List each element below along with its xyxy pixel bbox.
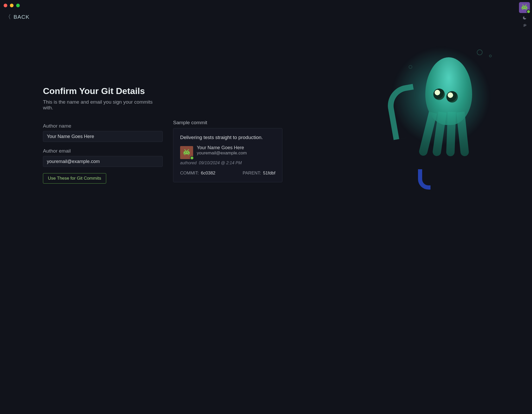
author-email-input[interactable] — [43, 156, 163, 167]
commit-hash-value: 6c0382 — [201, 171, 216, 176]
settings-icon-button[interactable] — [522, 23, 527, 29]
back-button[interactable]: 〈 BACK — [5, 13, 29, 21]
svg-rect-12 — [522, 9, 523, 10]
svg-rect-17 — [187, 150, 188, 151]
svg-rect-21 — [188, 152, 189, 153]
svg-rect-24 — [185, 153, 188, 154]
commit-message: Delivering tests straight to production. — [180, 135, 275, 140]
svg-rect-8 — [522, 8, 527, 8]
commit-author-email: youremail@example.com — [197, 150, 247, 156]
commit-author-name: Your Name Goes Here — [197, 145, 247, 150]
svg-rect-16 — [185, 150, 186, 151]
svg-rect-1 — [526, 4, 527, 5]
svg-rect-5 — [522, 7, 523, 8]
svg-rect-22 — [183, 153, 190, 153]
sample-commit-preview: Sample commit Delivering tests straight … — [173, 120, 282, 184]
svg-rect-10 — [523, 8, 526, 9]
svg-rect-13 — [526, 9, 527, 10]
space-invader-icon — [521, 4, 528, 11]
sample-commit-label: Sample commit — [173, 120, 282, 126]
commit-hashes-row: COMMIT: 6c0382 PARENT: 51fdbf — [180, 171, 275, 176]
svg-rect-11 — [527, 8, 527, 9]
commit-authored-line: authored 09/10/2024 @ 2:14 PM — [180, 161, 275, 165]
parent-hash-label: PARENT: — [243, 171, 261, 176]
window-root: 〈 BACK Confirm Your Git Details This is … — [0, 0, 532, 414]
svg-rect-20 — [186, 152, 187, 153]
space-invader-icon — [183, 149, 191, 156]
parent-hash-pair: PARENT: 51fdbf — [243, 171, 275, 176]
chevron-left-icon: 〈 — [5, 13, 11, 21]
gear-icon — [522, 23, 527, 28]
commit-author-row: Your Name Goes Here youremail@example.co… — [180, 145, 275, 159]
svg-rect-15 — [188, 149, 189, 150]
git-details-form: Confirm Your Git Details This is the nam… — [43, 86, 163, 184]
svg-rect-4 — [522, 6, 527, 7]
commit-card: Delivering tests straight to production. — [173, 128, 282, 182]
author-name-label: Author name — [43, 123, 163, 129]
commit-hash-label: COMMIT: — [180, 171, 199, 176]
use-for-commits-button[interactable]: Use These for Git Commits — [43, 173, 106, 184]
moon-icon — [522, 16, 527, 20]
svg-rect-6 — [524, 7, 525, 8]
page-subtitle: This is the name and email you sign your… — [43, 99, 163, 111]
window-close-button[interactable] — [4, 4, 7, 7]
svg-rect-7 — [526, 7, 527, 8]
user-avatar-button[interactable] — [519, 2, 530, 13]
main-content: Confirm Your Git Details This is the nam… — [43, 86, 516, 184]
svg-rect-3 — [525, 5, 526, 6]
authored-timestamp: 09/10/2024 @ 2:14 PM — [199, 161, 242, 165]
svg-rect-9 — [522, 8, 522, 9]
commit-author-avatar — [180, 146, 193, 159]
svg-rect-27 — [188, 154, 189, 155]
svg-rect-25 — [189, 153, 190, 154]
window-minimize-button[interactable] — [10, 4, 14, 7]
author-name-input[interactable] — [43, 131, 163, 142]
page-heading: Confirm Your Git Details — [43, 86, 163, 96]
commit-hash-pair: COMMIT: 6c0382 — [180, 171, 216, 176]
author-email-label: Author email — [43, 148, 163, 154]
theme-toggle-icon[interactable] — [522, 16, 527, 21]
window-zoom-button[interactable] — [16, 4, 20, 7]
svg-rect-14 — [184, 149, 185, 150]
top-right-controls — [519, 2, 530, 29]
svg-rect-2 — [523, 5, 524, 6]
parent-hash-value: 51fdbf — [263, 171, 275, 176]
svg-rect-18 — [184, 151, 189, 152]
svg-rect-19 — [183, 152, 185, 153]
window-controls — [4, 4, 20, 7]
back-label: BACK — [14, 14, 29, 20]
svg-rect-26 — [184, 154, 185, 155]
authored-word: authored — [180, 161, 197, 165]
svg-rect-0 — [522, 4, 523, 5]
svg-rect-23 — [183, 153, 184, 154]
